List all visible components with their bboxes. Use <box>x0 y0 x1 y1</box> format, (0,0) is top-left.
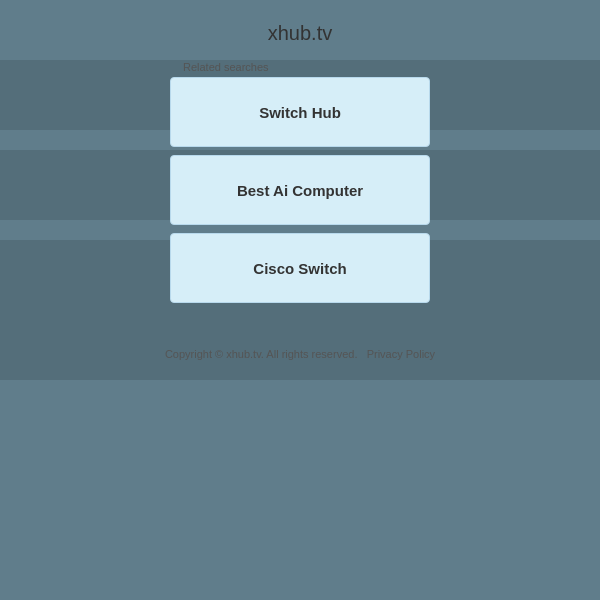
search-card-cisco-switch[interactable]: Cisco Switch <box>170 233 430 303</box>
search-cards-container: Switch Hub Best Ai Computer Cisco Switch <box>170 77 430 303</box>
privacy-policy-link[interactable]: Privacy Policy <box>367 348 435 360</box>
search-card-switch-hub-text: Switch Hub <box>259 104 341 121</box>
search-card-best-ai-computer[interactable]: Best Ai Computer <box>170 155 430 225</box>
search-card-best-ai-computer-text: Best Ai Computer <box>237 182 363 199</box>
related-searches-label: Related searches <box>183 61 269 73</box>
footer: Copyright © xhub.tv. All rights reserved… <box>165 348 435 360</box>
site-title: xhub.tv <box>268 22 332 45</box>
search-card-cisco-switch-text: Cisco Switch <box>253 260 346 277</box>
search-card-switch-hub[interactable]: Switch Hub <box>170 77 430 147</box>
footer-copyright: Copyright © xhub.tv. All rights reserved… <box>165 348 358 360</box>
